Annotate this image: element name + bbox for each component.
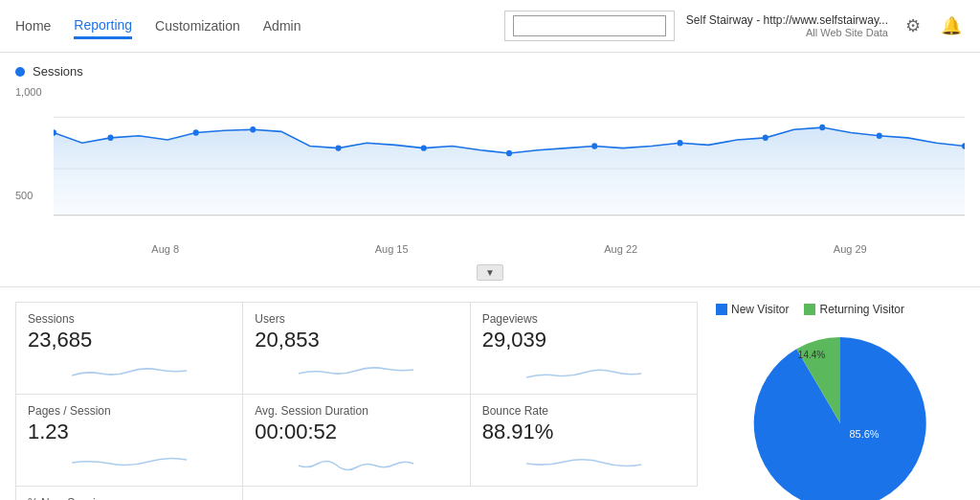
stat-pages-session-label: Pages / Session [28, 404, 231, 418]
stat-empty-2 [470, 486, 698, 500]
svg-point-10 [591, 143, 597, 148]
stat-sessions: Sessions 23,685 [15, 302, 243, 395]
stat-new-sessions: % New Sessions 85.65% [15, 486, 243, 500]
line-chart: 1,000 500 [15, 86, 965, 239]
chart-x-labels: Aug 8 Aug 15 Aug 22 Aug 29 [15, 239, 965, 262]
stat-pageviews-sparkline [482, 356, 685, 385]
svg-point-6 [250, 126, 256, 132]
stat-pageviews-value: 29,039 [482, 328, 685, 352]
y-label-bottom: 500 [15, 190, 54, 201]
pie-legend-new: New Visitor [716, 303, 789, 316]
stat-users-label: Users [255, 312, 457, 326]
stat-empty-1 [242, 486, 470, 500]
stat-pageviews: Pageviews 29,039 [470, 302, 698, 395]
stat-bounce-rate: Bounce Rate 88.91% [470, 394, 698, 487]
pie-legend-returning: Returning Visitor [804, 303, 904, 316]
stat-pages-session-value: 1.23 [28, 420, 231, 444]
chart-y-labels: 1,000 500 [15, 86, 54, 211]
stat-avg-duration-label: Avg. Session Duration [255, 404, 457, 418]
chart-area: Sessions 1,000 500 [0, 53, 980, 287]
x-label-2: Aug 22 [604, 243, 637, 255]
stat-pages-session-sparkline [28, 448, 231, 477]
chart-legend: Sessions [15, 64, 965, 79]
stat-users-value: 20,853 [255, 328, 457, 352]
pie-legend: New Visitor Returning Visitor [716, 303, 965, 316]
nav-right: Self Stairway - http://www.selfstairway.… [504, 11, 965, 41]
svg-point-7 [336, 145, 342, 150]
stat-sessions-sparkline [28, 356, 231, 385]
stat-sessions-label: Sessions [28, 312, 231, 326]
stat-bounce-rate-value: 88.91% [482, 420, 685, 444]
stat-pages-session: Pages / Session 1.23 [15, 394, 243, 487]
notifications-icon[interactable]: 🔔 [938, 12, 965, 39]
stat-avg-duration-value: 00:00:52 [255, 420, 457, 444]
nav-items: Home Reporting Customization Admin [15, 13, 301, 39]
stat-sessions-value: 23,685 [28, 328, 231, 352]
x-label-3: Aug 29 [834, 243, 867, 255]
stat-bounce-rate-sparkline [482, 448, 685, 477]
collapse-button[interactable]: ▼ [477, 264, 503, 281]
svg-point-14 [877, 132, 882, 138]
stat-avg-duration: Avg. Session Duration 00:00:52 [242, 394, 470, 487]
settings-icon[interactable]: ⚙ [900, 12, 926, 39]
svg-point-8 [421, 145, 427, 150]
stats-grid-row2: Pages / Session 1.23 Avg. Session Durati… [15, 395, 697, 487]
x-label-0: Aug 8 [151, 243, 179, 255]
sessions-legend-label: Sessions [33, 64, 83, 79]
stats-section: Sessions 23,685 Users 20,853 Pageviews 2… [0, 287, 980, 500]
new-visitor-box [716, 304, 727, 315]
pie-label-returning: 14.4% [798, 350, 825, 360]
site-sub: All Web Site Data [686, 27, 888, 38]
stats-grid-row1: Sessions 23,685 Users 20,853 Pageviews 2… [15, 303, 697, 395]
chart-svg [54, 86, 965, 220]
site-selector[interactable] [504, 11, 675, 41]
site-name: Self Stairway - http://www.selfstairway.… [686, 13, 888, 27]
svg-point-5 [193, 129, 199, 135]
svg-point-13 [819, 125, 825, 130]
sessions-dot [15, 67, 25, 77]
chart-collapse-btn: ▼ [15, 262, 965, 286]
stat-users-sparkline [255, 356, 457, 385]
stat-bounce-rate-label: Bounce Rate [482, 404, 685, 418]
svg-point-11 [678, 140, 683, 146]
stats-grid-row3: % New Sessions 85.65% [15, 487, 697, 500]
new-visitor-label: New Visitor [731, 303, 789, 316]
svg-point-12 [763, 135, 768, 141]
returning-visitor-label: Returning Visitor [819, 303, 904, 316]
pie-container: 85.6% 14.4% [716, 328, 965, 500]
svg-point-4 [108, 135, 114, 141]
stats-right: New Visitor Returning Visitor 85.6% 14.4… [697, 303, 965, 500]
site-info: Self Stairway - http://www.selfstairway.… [686, 13, 888, 38]
svg-point-9 [506, 150, 512, 156]
x-label-1: Aug 15 [375, 243, 409, 255]
top-nav: Home Reporting Customization Admin Self … [0, 0, 980, 53]
search-input[interactable] [513, 15, 666, 36]
stat-avg-duration-sparkline [255, 448, 457, 477]
nav-reporting[interactable]: Reporting [74, 13, 132, 39]
pie-label-new: 85.6% [849, 428, 879, 440]
stats-left: Sessions 23,685 Users 20,853 Pageviews 2… [15, 303, 697, 500]
stat-users: Users 20,853 [242, 302, 470, 395]
stat-pageviews-label: Pageviews [482, 312, 685, 326]
nav-customization[interactable]: Customization [155, 14, 240, 37]
nav-admin[interactable]: Admin [263, 14, 301, 37]
pie-chart: 85.6% 14.4% [745, 328, 936, 500]
y-label-top: 1,000 [15, 86, 54, 98]
returning-visitor-box [804, 304, 815, 315]
stat-new-sessions-label: % New Sessions [28, 496, 231, 500]
nav-home[interactable]: Home [15, 14, 51, 37]
